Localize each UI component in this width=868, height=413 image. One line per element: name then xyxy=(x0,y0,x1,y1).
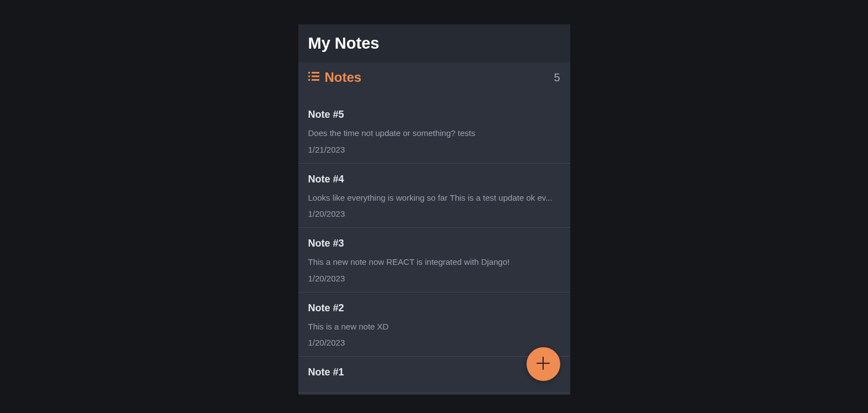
notes-subheader: Notes 5 xyxy=(298,62,570,92)
notes-count: 5 xyxy=(554,71,560,84)
notes-list[interactable]: Note #5 Does the time not update or some… xyxy=(298,92,570,395)
note-preview: Does the time not update or something? t… xyxy=(308,126,560,140)
note-preview: This is a new note XD xyxy=(308,320,560,334)
note-item[interactable]: Note #3 This a new note now REACT is int… xyxy=(298,228,570,292)
note-preview: Looks like everything is working so far … xyxy=(308,191,560,205)
svg-rect-3 xyxy=(312,76,319,77)
note-date: 1/20/2023 xyxy=(308,338,560,347)
subheader-title: Notes xyxy=(325,70,362,85)
plus-icon xyxy=(535,356,551,373)
note-item[interactable]: Note #4 Looks like everything is working… xyxy=(298,164,570,228)
note-title: Note #3 xyxy=(308,238,560,249)
notes-app-panel: My Notes Notes 5 Note #5 Does the time n… xyxy=(298,24,570,395)
page-title: My Notes xyxy=(308,34,560,53)
note-item[interactable]: Note #2 This is a new note XD 1/20/2023 xyxy=(298,292,570,357)
svg-rect-4 xyxy=(308,79,310,81)
svg-rect-0 xyxy=(308,72,310,74)
subheader-left: Notes xyxy=(308,70,362,85)
note-title: Note #1 xyxy=(308,367,560,378)
list-icon xyxy=(308,71,319,83)
note-date: 1/20/2023 xyxy=(308,209,560,218)
note-date: 1/21/2023 xyxy=(308,145,560,154)
note-item[interactable]: Note #5 Does the time not update or some… xyxy=(298,92,570,164)
svg-rect-5 xyxy=(312,79,319,81)
svg-rect-1 xyxy=(312,72,319,74)
add-note-button[interactable] xyxy=(527,347,560,381)
note-preview: This a new note now REACT is integrated … xyxy=(308,255,560,269)
note-date: 1/20/2023 xyxy=(308,274,560,283)
note-title: Note #2 xyxy=(308,302,560,314)
note-title: Note #5 xyxy=(308,109,560,121)
note-title: Note #4 xyxy=(308,174,560,185)
app-header: My Notes xyxy=(298,24,570,62)
svg-rect-2 xyxy=(308,76,310,77)
